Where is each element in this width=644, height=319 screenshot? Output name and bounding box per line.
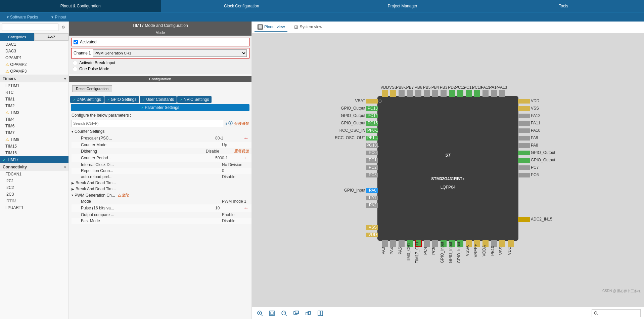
sidebar-item-i2c2[interactable]: I2C2 <box>0 184 68 191</box>
svg-rect-11 <box>306 312 309 315</box>
split-icon <box>317 310 323 316</box>
toolbar-search-input[interactable] <box>600 310 640 317</box>
counter-settings-label: Counter Settings <box>75 129 104 134</box>
nav-tools[interactable]: Tools <box>483 0 644 12</box>
one-pulse-checkbox[interactable] <box>73 67 77 71</box>
pin-pc10-top <box>474 90 480 97</box>
pin-vdda-bot-label: VDDA <box>482 245 487 256</box>
pin-vdd-right <box>518 99 530 104</box>
sidebar-item-tim15[interactable]: TIM15 <box>0 143 68 150</box>
pin-pa11 <box>518 121 530 126</box>
sidebar-item-tim6[interactable]: TIM6 <box>0 123 68 129</box>
sidebar-item-dac1[interactable]: DAC1 <box>0 41 68 48</box>
sidebar-item-tim8[interactable]: TIM8 <box>0 136 68 143</box>
tab-pinout-view[interactable]: 🔲 Pinout view <box>255 23 287 32</box>
nav-software-packs[interactable]: ▾ Software Packs <box>0 12 45 22</box>
counter-settings-group[interactable]: ▾ Counter Settings <box>69 128 251 134</box>
sidebar-item-tim7[interactable]: TIM7 <box>0 129 68 136</box>
nav-pinout[interactable]: Pinout & Configuration <box>0 0 161 12</box>
tab-user-constants[interactable]: ✓ User Constants <box>140 96 177 103</box>
info-icon[interactable]: ℹ <box>225 121 227 126</box>
tim17-label: TIM17 <box>7 157 18 162</box>
pin-vssa-bot-label: VSSA <box>465 245 470 256</box>
pin-vss-right-label: VSS <box>531 106 539 111</box>
sidebar-item-opamp2[interactable]: OPAMP2 <box>0 61 68 68</box>
rotate-button[interactable] <box>304 309 313 318</box>
pin-pa1-box-label: PA1 <box>369 195 376 200</box>
tab-dma-settings[interactable]: ✓ DMA Settings <box>70 96 104 103</box>
bottom-pins: PA3 PA4 PA5 TIM3_CH1 TIM17_CH1 PC4 PC5 <box>381 240 514 263</box>
timers-label: Timers <box>3 76 16 81</box>
pin-pc2-box-label: PC2 <box>369 165 377 170</box>
sidebar-item-lptim1[interactable]: LPTIM1 <box>0 82 68 89</box>
tab-gpio-settings[interactable]: ✓ GPIO Settings <box>104 96 139 103</box>
move-button[interactable] <box>291 309 301 318</box>
counter-settings-items: Prescaler (PSC... 80-1 ← Counter Mode Up… <box>69 134 251 180</box>
sidebar-item-dac3[interactable]: DAC3 <box>0 48 68 54</box>
sidebar-search-input[interactable] <box>2 24 58 31</box>
sidebar-item-tim4[interactable]: TIM4 <box>0 116 68 123</box>
pin-pf0-box-label: PF0-.. <box>367 128 378 133</box>
tab-categories[interactable]: Categories <box>0 33 34 41</box>
pin-pa9-label: PA9 <box>531 135 538 140</box>
pin-pc14-label: GPIO_Output <box>341 113 365 118</box>
section-connectivity[interactable]: Connectivity ▾ <box>0 163 68 171</box>
pin-pa13-top <box>499 90 505 97</box>
break-dead-2-group[interactable]: ▶ Break And Dead Tim... <box>69 186 251 192</box>
bottom-toolbar <box>252 307 644 319</box>
split-button[interactable] <box>316 309 325 318</box>
param-settings-tab-row: ✓ Parameter Settings <box>69 104 251 112</box>
zoom-in-button[interactable] <box>255 309 265 318</box>
sidebar-item-fdcan1[interactable]: FDCAN1 <box>0 171 68 177</box>
frame-button[interactable] <box>267 309 277 318</box>
sidebar-item-i2c1[interactable]: I2C1 <box>0 177 68 184</box>
pin-vdd-bot-label: VDD <box>507 246 512 255</box>
sidebar-item-opamp3[interactable]: OPAMP3 <box>0 68 68 75</box>
pwm-group[interactable]: ▾ PWM Generation Ch... 占空比 <box>69 192 251 198</box>
zoom-out-button[interactable] <box>279 309 289 318</box>
svg-rect-14 <box>321 311 323 316</box>
settings-icon[interactable]: ⚙ <box>60 24 66 31</box>
help-icon[interactable]: ⓘ <box>228 120 233 126</box>
chip-body-rect <box>377 96 518 241</box>
sidebar-item-lpuart1[interactable]: LPUART1 <box>0 204 68 211</box>
nav-clock[interactable]: Clock Configuration <box>161 0 322 12</box>
sidebar-item-tim2[interactable]: TIM2 <box>0 103 68 109</box>
pin-pb8-top-label: PB8-.. <box>396 85 407 90</box>
toolbar-search-container <box>592 309 641 317</box>
pin-pc0-box-label: PC0 <box>369 150 377 155</box>
tab-system-view[interactable]: ⊞ System view <box>291 23 325 32</box>
left-pins: VBAT GPIO_Output PC13 GPIO_Output PC14 G… <box>335 98 381 237</box>
svg-line-8 <box>285 315 287 316</box>
tab-nvic-settings[interactable]: ✓ NVIC Settings <box>177 96 212 103</box>
param-search-input[interactable] <box>72 120 224 127</box>
sidebar-item-rtc[interactable]: RTC <box>0 89 68 96</box>
pin-pd2-top <box>449 90 455 97</box>
break-dead-1-group[interactable]: ▶ Break And Dead Tim... <box>69 180 251 186</box>
sidebar-item-tim17[interactable]: ✓ TIM17 <box>0 156 68 163</box>
sidebar-item-tim3[interactable]: TIM3 <box>0 109 68 116</box>
activated-checkbox[interactable] <box>74 40 78 44</box>
section-timers[interactable]: Timers ▾ <box>0 75 68 82</box>
pin-pc13-box-label: PC13 <box>368 106 378 111</box>
pin-vdd-top-label: VDD <box>380 85 389 90</box>
config-section-label: Configuration <box>69 76 251 82</box>
svg-line-16 <box>597 314 598 315</box>
tab-parameter-settings[interactable]: ✓ Parameter Settings <box>71 104 249 111</box>
sidebar-item-opamp1[interactable]: OPAMP1 <box>0 54 68 61</box>
sidebar-item-tim1[interactable]: TIM1 <box>0 96 68 103</box>
param-tree: ▾ Counter Settings Prescaler (PSC... 80-… <box>69 128 251 319</box>
activate-break-checkbox[interactable] <box>73 61 77 65</box>
pin-pb15 <box>518 217 530 222</box>
sidebar-item-irtim[interactable]: IRTIM <box>0 198 68 204</box>
nav-project[interactable]: Project Manager <box>322 0 483 12</box>
pin-pa3-bot <box>382 240 388 247</box>
channel1-select[interactable]: PWM Generation CH1 <box>93 49 247 57</box>
nav-pinout[interactable]: ▾ Pinout <box>45 12 73 22</box>
sidebar-item-tim16[interactable]: TIM16 <box>0 150 68 156</box>
reset-configuration-button[interactable]: Reset Configuration <box>72 85 112 92</box>
middle-panel: TIM17 Mode and Configuration Mode Activa… <box>69 22 252 319</box>
search-button[interactable] <box>592 310 600 317</box>
tab-az[interactable]: A->Z <box>34 33 68 41</box>
sidebar-item-i2c3[interactable]: I2C3 <box>0 191 68 198</box>
